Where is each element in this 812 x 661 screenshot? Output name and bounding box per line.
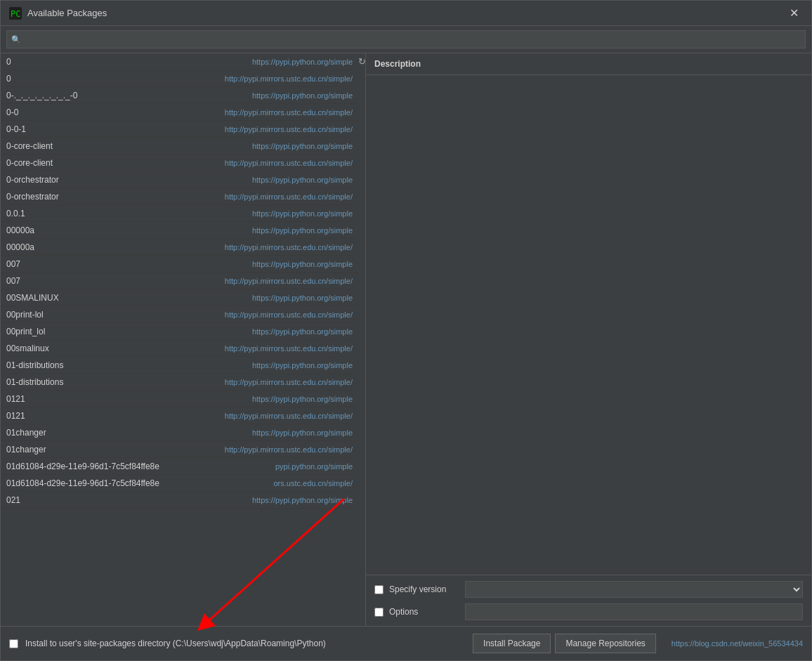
package-row[interactable]: 01changerhttp://pypi.mirrors.ustc.edu.cn… (1, 441, 358, 458)
install-package-button[interactable]: Install Package (473, 634, 551, 653)
package-name: 01d61084-d29e-11e9-96d1-7c5cf84ffe8e (6, 478, 159, 488)
package-row[interactable]: 00print_lolhttps://pypi.python.org/simpl… (1, 323, 358, 340)
package-url: https://pypi.python.org/simple (252, 327, 353, 336)
package-row[interactable]: 0121http://pypi.mirrors.ustc.edu.cn/simp… (1, 407, 358, 424)
package-url: ors.ustc.edu.cn/simple/ (274, 479, 353, 487)
search-input[interactable] (24, 34, 801, 44)
package-row[interactable]: 01-distributionshttps://pypi.python.org/… (1, 357, 358, 374)
package-row[interactable]: 0-0-1http://pypi.mirrors.ustc.edu.cn/sim… (1, 121, 358, 138)
package-row[interactable]: 007https://pypi.python.org/simple (1, 256, 358, 273)
app-icon: PC (9, 7, 22, 20)
package-url: https://pypi.python.org/simple (252, 209, 353, 218)
search-wrapper: 🔍 (6, 30, 806, 48)
package-row[interactable]: 01d61084-d29e-11e9-96d1-7c5cf84ffe8epypi… (1, 458, 358, 475)
package-name: 0121 (6, 411, 25, 421)
package-row[interactable]: 0-core-clienthttps://pypi.python.org/sim… (1, 138, 358, 155)
package-url: https://pypi.python.org/simple (252, 361, 353, 369)
package-name: 007 (6, 276, 20, 286)
specify-version-row: Specify version (374, 581, 803, 598)
package-name: 00000a (6, 225, 34, 235)
package-url: https://pypi.python.org/simple (252, 395, 353, 403)
package-row[interactable]: 0-orchestratorhttps://pypi.python.org/si… (1, 171, 358, 188)
package-name: 00SMALINUX (6, 293, 59, 303)
title-bar: PC Available Packages ✕ (1, 1, 811, 26)
package-row[interactable]: 01-distributionshttp://pypi.mirrors.ustc… (1, 374, 358, 391)
bottom-url: https://blog.csdn.net/weixin_56534434 (660, 639, 803, 648)
package-row[interactable]: 0-orchestratorhttp://pypi.mirrors.ustc.e… (1, 188, 358, 205)
package-name: 0121 (6, 394, 25, 404)
search-bar: 🔍 (1, 26, 811, 53)
description-label: Description (366, 53, 811, 75)
window-title: Available Packages (27, 8, 107, 18)
specify-version-checkbox[interactable] (374, 585, 384, 594)
options-checkbox[interactable] (374, 608, 384, 617)
package-url: http://pypi.mirrors.ustc.edu.cn/simple/ (225, 378, 353, 386)
package-name: 0 (6, 57, 11, 67)
package-url: http://pypi.mirrors.ustc.edu.cn/simple/ (225, 159, 353, 167)
package-name: 0 (6, 74, 11, 84)
options-input[interactable] (465, 603, 803, 620)
package-url: http://pypi.mirrors.ustc.edu.cn/simple/ (225, 412, 353, 420)
specify-version-select[interactable] (465, 581, 803, 598)
package-name: 0-core-client (6, 141, 53, 151)
package-row[interactable]: 00SMALINUXhttps://pypi.python.org/simple (1, 289, 358, 306)
manage-repositories-button[interactable]: Manage Repositories (555, 634, 655, 653)
package-name: 01changer (6, 428, 46, 438)
install-user-site-label: Install to user's site-packages director… (25, 639, 326, 648)
package-name: 021 (6, 495, 20, 505)
package-url: http://pypi.mirrors.ustc.edu.cn/simple/ (225, 445, 353, 454)
package-name: 007 (6, 259, 20, 269)
package-url: https://pypi.python.org/simple (252, 58, 353, 66)
package-url: http://pypi.mirrors.ustc.edu.cn/simple/ (225, 192, 353, 201)
package-url: https://pypi.python.org/simple (252, 428, 353, 437)
package-url: http://pypi.mirrors.ustc.edu.cn/simple/ (225, 243, 353, 251)
package-name: 0-orchestrator (6, 192, 59, 202)
package-url: http://pypi.mirrors.ustc.edu.cn/simple/ (225, 74, 353, 83)
refresh-button[interactable]: ↻ (357, 55, 366, 68)
package-name: 01d61084-d29e-11e9-96d1-7c5cf84ffe8e (6, 462, 159, 471)
package-name: 00smalinux (6, 343, 49, 353)
package-name: 01-distributions (6, 377, 63, 387)
package-row[interactable]: 0http://pypi.mirrors.ustc.edu.cn/simple/ (1, 70, 358, 87)
package-name: 01changer (6, 445, 46, 454)
package-row[interactable]: 021https://pypi.python.org/simple (1, 492, 358, 509)
bottom-buttons: Install Package Manage Repositories http… (473, 634, 803, 653)
bottom-bar: Install to user's site-packages director… (1, 626, 811, 660)
package-row[interactable]: 0-0http://pypi.mirrors.ustc.edu.cn/simpl… (1, 104, 358, 121)
package-row[interactable]: 01d61084-d29e-11e9-96d1-7c5cf84ffe8eors.… (1, 475, 358, 492)
package-url: https://pypi.python.org/simple (252, 496, 353, 504)
package-row[interactable]: 00smalinuxhttp://pypi.mirrors.ustc.edu.c… (1, 340, 358, 357)
package-name: 0.0.1 (6, 209, 25, 218)
bottom-left: Install to user's site-packages director… (9, 639, 326, 648)
package-row[interactable]: 00000ahttps://pypi.python.org/simple (1, 222, 358, 239)
package-url: https://pypi.python.org/simple (252, 142, 353, 150)
package-row[interactable]: 00000ahttp://pypi.mirrors.ustc.edu.cn/si… (1, 239, 358, 256)
package-row[interactable]: 0-._._._._._._._._-0https://pypi.python.… (1, 87, 358, 104)
package-row[interactable]: 0https://pypi.python.org/simple (1, 53, 358, 70)
package-row[interactable]: 0.0.1https://pypi.python.org/simple (1, 205, 358, 222)
package-name: 01-distributions (6, 360, 63, 370)
package-url: http://pypi.mirrors.ustc.edu.cn/simple/ (225, 125, 353, 133)
right-options: Specify version Options (366, 575, 811, 626)
package-row[interactable]: 007http://pypi.mirrors.ustc.edu.cn/simpl… (1, 273, 358, 289)
package-url: pypi.python.org/simple (275, 462, 353, 471)
options-row: Options (374, 603, 803, 620)
install-user-site-checkbox[interactable] (9, 639, 18, 648)
package-url: http://pypi.mirrors.ustc.edu.cn/simple/ (225, 277, 353, 285)
package-row[interactable]: 00print-lolhttp://pypi.mirrors.ustc.edu.… (1, 306, 358, 323)
package-url: https://pypi.python.org/simple (252, 176, 353, 184)
package-row[interactable]: 0-core-clienthttp://pypi.mirrors.ustc.ed… (1, 155, 358, 171)
close-button[interactable]: ✕ (785, 5, 803, 21)
search-icon: 🔍 (11, 35, 21, 44)
package-row[interactable]: 0121https://pypi.python.org/simple (1, 391, 358, 407)
package-url: http://pypi.mirrors.ustc.edu.cn/simple/ (225, 344, 353, 353)
package-url: https://pypi.python.org/simple (252, 260, 353, 268)
package-url: http://pypi.mirrors.ustc.edu.cn/simple/ (225, 108, 353, 117)
package-name: 00print-lol (6, 310, 44, 320)
options-label: Options (389, 607, 459, 617)
svg-text:PC: PC (11, 9, 20, 19)
package-name: 0-core-client (6, 158, 53, 168)
package-row[interactable]: 01changerhttps://pypi.python.org/simple (1, 424, 358, 441)
package-url: https://pypi.python.org/simple (252, 294, 353, 302)
package-url: http://pypi.mirrors.ustc.edu.cn/simple/ (225, 310, 353, 319)
